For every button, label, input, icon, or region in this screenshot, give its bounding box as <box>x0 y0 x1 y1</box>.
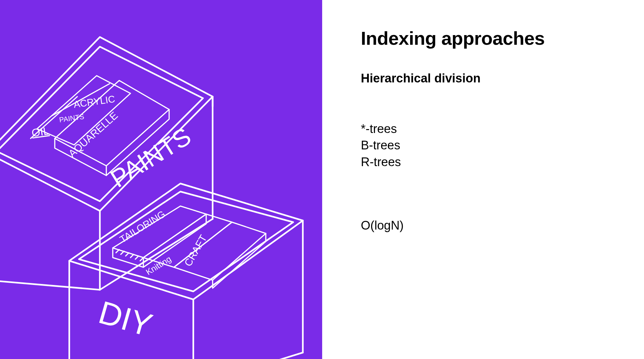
tree-list-item: *-trees <box>361 121 618 137</box>
inner-label-oil: OIL <box>31 125 50 139</box>
box-side-label-diy: DIY <box>95 294 156 344</box>
illustration-panel: PAINTS ACRYLIC PAINTS OIL AQUARELLE <box>0 0 322 359</box>
box-side-label: PAINTS <box>105 122 196 193</box>
complexity-notation: O(logN) <box>361 219 618 232</box>
boxes-sketch: PAINTS ACRYLIC PAINTS OIL AQUARELLE <box>0 0 322 359</box>
inner-label-acrylic: ACRYLIC <box>73 93 116 110</box>
tree-list-item: B-trees <box>361 137 618 154</box>
tree-list: *-trees B-trees R-trees <box>361 121 618 170</box>
inner-label-tailoring: TAILORING <box>118 209 167 245</box>
slide-subtitle: Hierarchical division <box>361 71 618 85</box>
slide-title: Indexing approaches <box>361 27 618 49</box>
tree-list-item: R-trees <box>361 154 618 170</box>
inner-label-paints-small: PAINTS <box>59 112 85 124</box>
slide: PAINTS ACRYLIC PAINTS OIL AQUARELLE <box>0 0 644 359</box>
text-panel: Indexing approaches Hierarchical divisio… <box>322 0 644 359</box>
